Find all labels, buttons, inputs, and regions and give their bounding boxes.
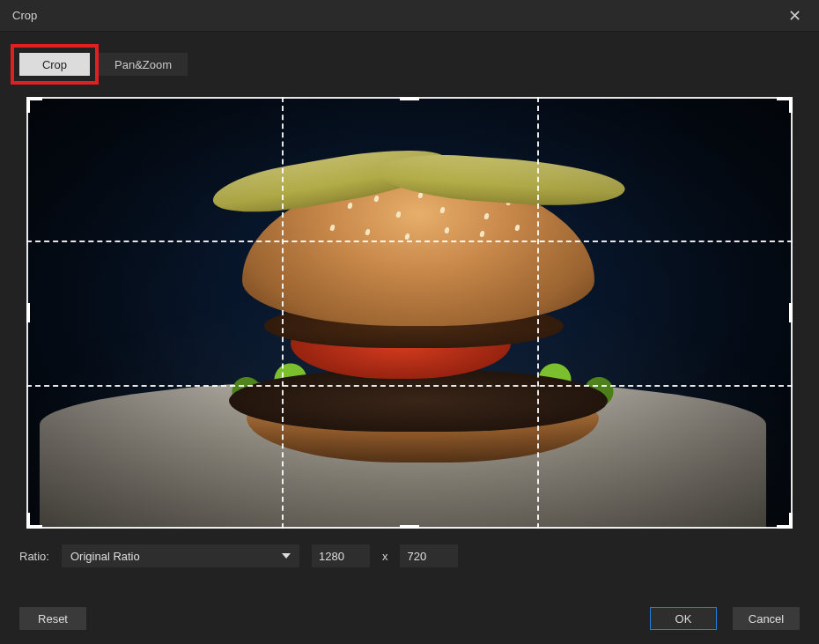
ratio-select-value: Original Ratio <box>70 550 140 563</box>
reset-button[interactable]: Reset <box>19 607 86 630</box>
ratio-select[interactable]: Original Ratio <box>62 544 299 567</box>
titlebar: Crop ✕ <box>0 0 819 32</box>
highlight-box: Crop <box>11 44 99 85</box>
tab-crop[interactable]: Crop <box>19 53 90 76</box>
tab-panzoom[interactable]: Pan&Zoom <box>99 53 188 76</box>
width-input[interactable]: 1280 <box>312 544 370 567</box>
ratio-label: Ratio: <box>19 550 49 563</box>
chevron-down-icon <box>282 553 291 559</box>
window-title: Crop <box>12 9 37 22</box>
tabs-row: Crop Pan&Zoom <box>0 32 819 97</box>
ratio-controls: Ratio: Original Ratio 1280 x 720 <box>0 529 819 567</box>
cancel-button[interactable]: Cancel <box>733 607 800 630</box>
dimension-separator: x <box>382 550 388 563</box>
crop-preview[interactable] <box>26 97 793 529</box>
height-input[interactable]: 720 <box>400 544 458 567</box>
ok-button[interactable]: OK <box>650 607 717 630</box>
close-icon[interactable]: ✕ <box>783 6 807 26</box>
dialog-footer: Reset OK Cancel <box>0 607 819 630</box>
